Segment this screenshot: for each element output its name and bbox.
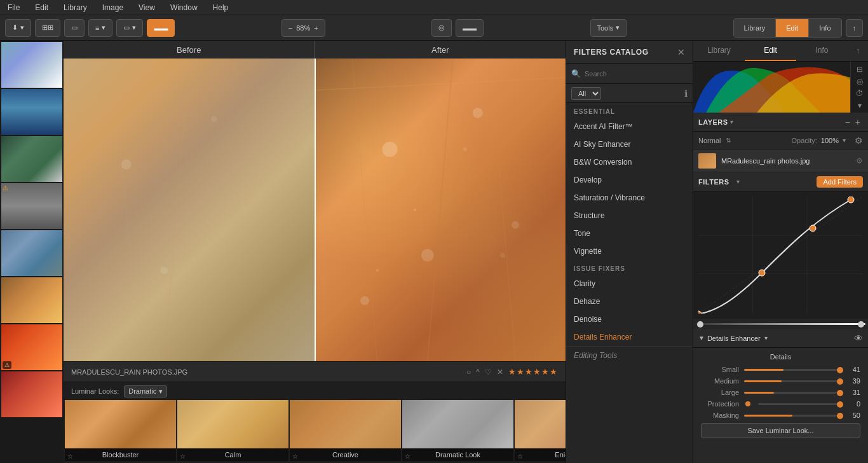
zoom-control[interactable]: − 88% + bbox=[281, 19, 325, 37]
compare-split-button[interactable]: ▬▬ bbox=[456, 19, 484, 37]
catalog-info-icon[interactable]: ℹ bbox=[684, 88, 688, 99]
layers-minus-button[interactable]: − bbox=[843, 117, 853, 127]
look-thumb-enigmatic[interactable]: Enigmatic ☆ bbox=[515, 400, 566, 461]
filmstrip-thumb-1[interactable] bbox=[1, 42, 62, 88]
layers-arrow[interactable]: ▾ bbox=[730, 118, 733, 125]
filmstrip-thumb-7[interactable]: ⚠ bbox=[1, 324, 62, 370]
masking-slider[interactable] bbox=[744, 415, 840, 417]
catalog-filter-select[interactable]: All bbox=[571, 87, 601, 100]
filmstrip-thumb-6[interactable] bbox=[1, 277, 62, 323]
large-slider-thumb[interactable] bbox=[837, 390, 843, 396]
look-thumb-blockbuster[interactable]: Blockbuster ☆ bbox=[65, 400, 176, 461]
small-slider-thumb[interactable] bbox=[837, 367, 843, 373]
catalog-item-denoise[interactable]: Denoise bbox=[566, 310, 693, 328]
panel-tab-library[interactable]: Library bbox=[693, 41, 745, 61]
look-star-blockbuster[interactable]: ☆ bbox=[67, 453, 73, 460]
catalog-item-accent[interactable]: Accent AI Filter™ bbox=[566, 118, 693, 135]
layer-gear-icon[interactable]: ⚙ bbox=[856, 156, 863, 165]
filters-arrow[interactable]: ▾ bbox=[736, 178, 740, 185]
layer-item[interactable]: MRadulescu_rain photos.jpg ⚙ bbox=[693, 149, 868, 172]
info-tab-button[interactable]: Info bbox=[809, 19, 841, 37]
zoom-plus-button[interactable]: + bbox=[314, 24, 318, 32]
list-view-button[interactable]: ≡ ▾ bbox=[88, 19, 112, 37]
protection-slider-thumb[interactable] bbox=[837, 401, 843, 408]
histogram-stack-icon[interactable]: ◎ bbox=[853, 76, 866, 86]
menu-library[interactable]: Library bbox=[61, 2, 90, 13]
layout-button[interactable]: ▭ ▾ bbox=[116, 19, 143, 37]
catalog-search[interactable]: 🔍 bbox=[566, 64, 693, 84]
medium-slider[interactable] bbox=[744, 380, 840, 382]
look-thumb-dramatic-look[interactable]: Dramatic Look ☆ bbox=[402, 400, 513, 461]
add-filters-button[interactable]: Add Filters bbox=[817, 176, 863, 188]
grid-view-button[interactable]: ⊞⊞ bbox=[35, 19, 60, 37]
star-rating[interactable]: ★★★★★★ bbox=[508, 367, 558, 377]
protection-slider[interactable] bbox=[758, 403, 840, 405]
panel-tab-edit[interactable]: Edit bbox=[745, 41, 796, 61]
catalog-close-button[interactable]: ✕ bbox=[677, 47, 685, 57]
edit-tab-button[interactable]: Edit bbox=[776, 19, 809, 37]
details-expand-icon[interactable]: ▾ bbox=[764, 335, 768, 342]
look-thumb-calm[interactable]: Calm ☆ bbox=[177, 400, 288, 461]
look-star-calm[interactable]: ☆ bbox=[180, 453, 186, 460]
catalog-search-input[interactable] bbox=[585, 70, 688, 78]
large-slider[interactable] bbox=[744, 392, 840, 394]
curve-slider-right-thumb[interactable] bbox=[858, 321, 864, 328]
import-button[interactable]: ⬇ ▾ bbox=[5, 19, 31, 37]
look-star-dramatic[interactable]: ☆ bbox=[405, 453, 410, 460]
menu-edit[interactable]: Edit bbox=[32, 2, 51, 13]
looks-selector[interactable]: Dramatic ▾ bbox=[124, 385, 167, 397]
reject-icon[interactable]: ✕ bbox=[497, 368, 503, 377]
histogram-layers-icon[interactable]: ⊟ bbox=[853, 64, 866, 74]
catalog-item-details-enhancer[interactable]: Details Enhancer bbox=[566, 328, 693, 346]
library-tab-button[interactable]: Library bbox=[734, 19, 776, 37]
catalog-item-tone[interactable]: Tone bbox=[566, 225, 693, 242]
menu-help[interactable]: Help bbox=[210, 2, 231, 13]
blend-mode-arrow[interactable]: ⇅ bbox=[726, 137, 731, 144]
masking-slider-thumb[interactable] bbox=[837, 413, 843, 419]
catalog-item-vignette[interactable]: Vignette bbox=[566, 242, 693, 260]
layer-settings-icon[interactable]: ⚙ bbox=[855, 135, 863, 146]
filmstrip-thumb-3[interactable] bbox=[1, 136, 62, 182]
look-thumb-creative[interactable]: Creative ☆ bbox=[290, 400, 401, 461]
filmstrip-thumb-8[interactable] bbox=[1, 371, 62, 417]
image-view[interactable] bbox=[64, 59, 566, 361]
medium-slider-thumb[interactable] bbox=[837, 378, 843, 385]
panel-tab-info[interactable]: Info bbox=[796, 41, 848, 61]
zoom-minus-button[interactable]: − bbox=[288, 24, 292, 32]
catalog-item-clarity[interactable]: Clarity bbox=[566, 275, 693, 293]
curve-slider-left-thumb[interactable] bbox=[697, 321, 703, 328]
layers-plus-button[interactable]: + bbox=[853, 117, 863, 127]
filmstrip-thumb-4[interactable]: ⚠ bbox=[1, 183, 62, 229]
catalog-item-bw[interactable]: B&W Conversion bbox=[566, 153, 693, 171]
catalog-item-ai-sky[interactable]: AI Sky Enhancer bbox=[566, 135, 693, 153]
single-view-button[interactable]: ▭ bbox=[64, 19, 85, 37]
small-slider[interactable] bbox=[744, 369, 840, 371]
tools-button[interactable]: Tools ▾ bbox=[590, 19, 627, 37]
compare-button[interactable]: ▬▬ bbox=[147, 19, 175, 37]
filmstrip-thumb-5[interactable] bbox=[1, 230, 62, 276]
histogram-more-icon[interactable]: ▾ bbox=[853, 100, 866, 110]
catalog-item-editing-tools[interactable]: Editing Tools bbox=[566, 346, 693, 364]
opacity-arrow[interactable]: ▾ bbox=[843, 137, 846, 144]
details-collapse-icon[interactable]: ▼ bbox=[698, 335, 705, 342]
catalog-item-dehaze[interactable]: Dehaze bbox=[566, 293, 693, 310]
panel-export-button[interactable]: ↑ bbox=[848, 41, 868, 61]
heart-icon[interactable]: ♡ bbox=[485, 368, 492, 377]
look-star-creative[interactable]: ☆ bbox=[292, 453, 298, 460]
blend-mode-select[interactable]: Normal bbox=[698, 137, 721, 144]
details-visibility-icon[interactable]: 👁 bbox=[854, 333, 863, 343]
view-toggle-button[interactable]: ◎ bbox=[431, 19, 452, 37]
catalog-item-saturation[interactable]: Saturation / Vibrance bbox=[566, 189, 693, 207]
menu-view[interactable]: View bbox=[136, 2, 158, 13]
curve-bottom-slider[interactable] bbox=[696, 323, 865, 325]
filmstrip-thumb-2[interactable] bbox=[1, 89, 62, 135]
split-divider[interactable] bbox=[315, 59, 316, 361]
look-star-enigmatic[interactable]: ☆ bbox=[517, 453, 523, 460]
catalog-item-structure[interactable]: Structure bbox=[566, 207, 693, 225]
histogram-time-icon[interactable]: ⏱ bbox=[853, 88, 866, 98]
menu-window[interactable]: Window bbox=[168, 2, 200, 13]
menu-file[interactable]: File bbox=[5, 2, 22, 13]
menu-image[interactable]: Image bbox=[100, 2, 126, 13]
catalog-item-develop[interactable]: Develop bbox=[566, 171, 693, 189]
export-button[interactable]: ↑ bbox=[846, 19, 864, 37]
